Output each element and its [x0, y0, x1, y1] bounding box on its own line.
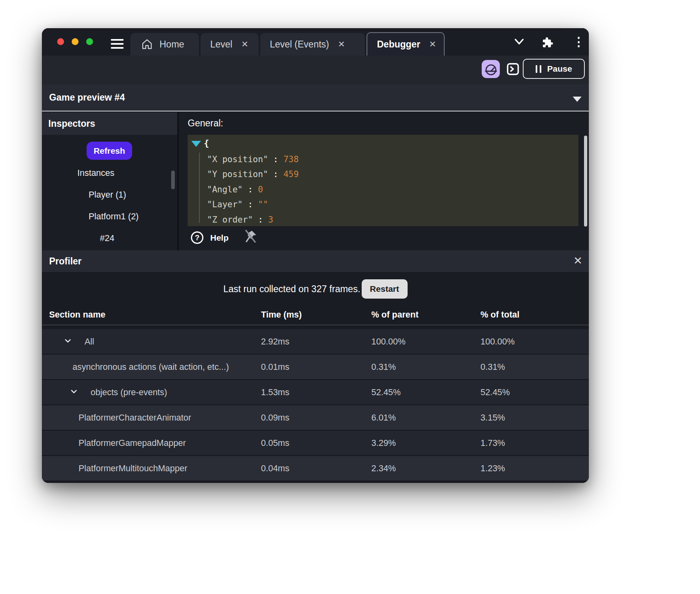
percent-parent-value: 100.00% [371, 336, 406, 346]
json-lines: "X position" : 738 "Y position" : 459 "A… [188, 152, 578, 226]
percent-parent-value: 0.31% [371, 362, 396, 372]
section-name: objects (pre-events) [91, 387, 167, 397]
json-line-layer: "Layer" : "" [188, 197, 578, 212]
profiler-table-rows: All 2.92ms 100.00% 100.00% asynchronous … [42, 329, 589, 481]
column-header-percent-total: % of total [480, 310, 520, 320]
json-line-z-order: "Z order" : 3 [188, 212, 578, 226]
pause-icon [536, 65, 541, 73]
game-preview-title: Game preview #4 [49, 92, 125, 103]
titlebar: Home Level ✕ Level (Events) ✕ Debugger ✕ [42, 28, 589, 56]
close-icon[interactable]: ✕ [241, 39, 249, 49]
inspectors-title: Inspectors [48, 118, 95, 129]
tab-debugger[interactable]: Debugger ✕ [367, 32, 445, 56]
time-value: 0.05ms [261, 438, 290, 448]
section-name: asynchronous actions (wait action, etc..… [72, 362, 229, 372]
chevron-down-icon[interactable] [514, 38, 525, 47]
section-name: PlatformerCharacterAnimator [79, 412, 191, 423]
desktop-background: Home Level ✕ Level (Events) ✕ Debugger ✕ [0, 0, 700, 594]
profiler-status-text: Last run collected on 327 frames. [223, 284, 360, 295]
section-name: PlatformerGamepadMapper [79, 438, 186, 448]
column-header-time: Time (ms) [261, 310, 302, 320]
table-row[interactable]: objects (pre-events) 1.53ms 52.45% 52.45… [42, 380, 589, 405]
time-value: 0.01ms [261, 362, 290, 372]
tab-label: Level (Events) [270, 39, 329, 50]
time-value: 2.92ms [261, 336, 290, 346]
inspectors-panel: Inspectors Refresh Instances Player (1) … [42, 112, 177, 250]
inspector-item-instances[interactable]: Instances [42, 162, 177, 184]
percent-total-value: 1.23% [480, 463, 505, 473]
tab-level[interactable]: Level ✕ [201, 33, 259, 56]
close-icon[interactable]: ✕ [429, 39, 436, 49]
menu-icon[interactable] [111, 39, 124, 49]
app-window: Home Level ✕ Level (Events) ✕ Debugger ✕ [42, 28, 589, 483]
time-value: 0.09ms [261, 412, 290, 423]
expand-chevron-icon[interactable] [69, 387, 79, 398]
console-button[interactable] [506, 62, 520, 76]
table-row[interactable]: PlatformerMultitouchMapper 0.04ms 2.34% … [42, 456, 589, 481]
debugger-toolbar: Pause [42, 56, 589, 85]
tab-label: Debugger [377, 39, 420, 50]
pause-button[interactable]: Pause [523, 59, 585, 79]
unpin-icon[interactable] [243, 229, 258, 245]
section-name: PlatformerMultitouchMapper [79, 463, 187, 473]
inspector-item-instance-24[interactable]: #24 [42, 227, 177, 249]
time-value: 1.53ms [261, 387, 290, 397]
percent-total-value: 52.45% [480, 387, 510, 397]
percent-total-value: 3.15% [480, 412, 505, 423]
close-icon[interactable]: ✕ [573, 254, 582, 267]
json-line-angle: "Angle" : 0 [188, 182, 578, 197]
debugger-main: Inspectors Refresh Instances Player (1) … [42, 112, 589, 250]
profiler-title: Profiler [49, 256, 82, 267]
inspector-item-player[interactable]: Player (1) [42, 184, 177, 206]
home-icon [141, 38, 153, 50]
collapse-triangle-icon[interactable] [191, 141, 201, 147]
inspectors-header: Inspectors [42, 112, 177, 135]
general-section-title: General: [188, 118, 223, 129]
table-row[interactable]: asynchronous actions (wait action, etc..… [42, 355, 589, 380]
json-open-brace: { [204, 138, 209, 148]
minimize-window-button[interactable] [72, 38, 79, 45]
maximize-window-button[interactable] [86, 38, 93, 45]
column-header-percent-parent: % of parent [371, 310, 418, 320]
object-json-viewer: { "X position" : 738 "Y position" : 459 … [188, 135, 578, 226]
expand-chevron-icon[interactable] [63, 336, 72, 347]
help-button[interactable]: Help [210, 233, 229, 243]
profiler-table-header: Section name Time (ms) % of parent % of … [42, 307, 589, 325]
tab-label: Level [210, 39, 232, 50]
percent-parent-value: 3.29% [371, 438, 396, 448]
collapse-caret-icon[interactable] [573, 97, 582, 102]
inspector-detail-panel: General: { "X position" : 738 "Y positio… [179, 112, 589, 250]
time-value: 0.04ms [261, 463, 290, 473]
table-row[interactable]: PlatformerGamepadMapper 0.05ms 3.29% 1.7… [42, 431, 589, 456]
column-header-section-name: Section name [49, 310, 106, 320]
percent-total-value: 0.31% [480, 362, 505, 372]
percent-total-value: 100.00% [480, 336, 515, 346]
inspector-item-platform1[interactable]: Platform1 (2) [42, 206, 177, 227]
more-options-kebab-icon[interactable]: ⋮ [573, 35, 585, 49]
percent-parent-value: 2.34% [371, 463, 396, 473]
inspectors-scrollbar-thumb[interactable] [171, 171, 175, 189]
tab-home[interactable]: Home [130, 33, 199, 56]
percent-parent-value: 52.45% [371, 387, 401, 397]
percent-total-value: 1.73% [480, 438, 505, 448]
close-icon[interactable]: ✕ [338, 39, 345, 49]
tab-level-events[interactable]: Level (Events) ✕ [260, 33, 365, 56]
profiler-status-row: Last run collected on 327 frames. Restar… [42, 279, 589, 299]
section-name: All [85, 336, 94, 346]
help-question-icon[interactable]: ? [191, 231, 203, 244]
profiler-panel: Profiler ✕ Last run collected on 327 fra… [42, 250, 589, 483]
profiler-header: Profiler ✕ [42, 250, 589, 272]
game-preview-header[interactable]: Game preview #4 [42, 85, 589, 111]
detail-scrollbar-thumb[interactable] [584, 136, 587, 227]
tab-label: Home [159, 39, 184, 50]
extensions-puzzle-icon[interactable] [541, 36, 554, 51]
close-window-button[interactable] [57, 38, 64, 45]
json-line-y-position: "Y position" : 459 [188, 167, 578, 182]
profiler-gauge-button[interactable] [482, 60, 500, 78]
pause-label: Pause [547, 64, 572, 74]
percent-parent-value: 6.01% [371, 412, 396, 423]
table-row[interactable]: All 2.92ms 100.00% 100.00% [42, 329, 589, 355]
restart-button[interactable]: Restart [362, 279, 408, 299]
table-row[interactable]: PlatformerCharacterAnimator 0.09ms 6.01%… [42, 405, 589, 431]
refresh-button[interactable]: Refresh [87, 142, 132, 160]
